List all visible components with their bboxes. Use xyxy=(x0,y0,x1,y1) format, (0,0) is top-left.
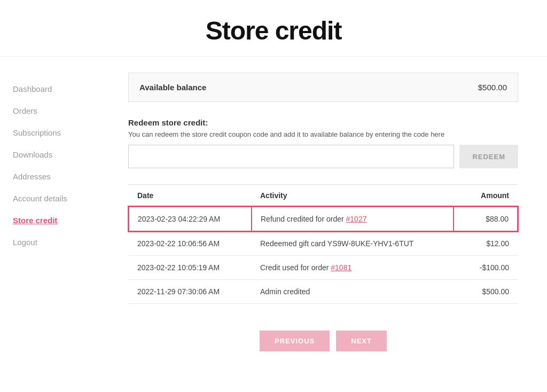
sidebar-item-subscriptions[interactable]: Subscriptions xyxy=(11,122,107,144)
cell-activity: Admin credited xyxy=(252,280,454,304)
table-body: 2023-02-23 04:22:29 AMRefund credited fo… xyxy=(129,207,518,304)
cell-amount: $88.00 xyxy=(454,207,518,231)
cell-date: 2022-11-29 07:30:06 AM xyxy=(129,280,252,304)
balance-amount: $500.00 xyxy=(478,83,507,92)
next-button[interactable]: NEXT xyxy=(336,331,387,351)
cell-date: 2023-02-22 10:06:56 AM xyxy=(129,231,252,256)
redeem-button[interactable]: REDEEM xyxy=(459,145,518,168)
sidebar-item-addresses[interactable]: Addresses xyxy=(11,166,107,187)
main-content: Available balance $500.00 Redeem store c… xyxy=(118,73,534,376)
page-title-area: Store credit xyxy=(0,0,547,57)
sidebar-item-orders[interactable]: Orders xyxy=(11,100,107,122)
sidebar: Dashboard Orders Subscriptions Downloads… xyxy=(0,73,118,376)
redeem-row: REDEEM xyxy=(128,145,518,168)
content-area: Dashboard Orders Subscriptions Downloads… xyxy=(0,57,547,392)
balance-box: Available balance $500.00 xyxy=(128,73,518,102)
previous-button[interactable]: PREVIOUS xyxy=(260,331,330,351)
table-row: 2023-02-22 10:06:56 AMRedeemed gift card… xyxy=(129,231,518,256)
redeem-description: You can redeem the store credit coupon c… xyxy=(128,130,518,138)
pagination: PREVIOUS NEXT xyxy=(128,320,518,367)
sidebar-item-account-details[interactable]: Account details xyxy=(11,187,107,209)
col-header-activity: Activity xyxy=(252,185,454,207)
cell-activity: Redeemed gift card YS9W-8UKE-YHV1-6TUT xyxy=(252,231,454,256)
cell-amount: -$100.00 xyxy=(454,256,518,280)
transactions-table: Date Activity Amount 2023-02-23 04:22:29… xyxy=(128,184,518,304)
table-header: Date Activity Amount xyxy=(129,185,518,207)
redeem-title: Redeem store credit: xyxy=(128,118,518,127)
table-row: 2023-02-23 04:22:29 AMRefund credited fo… xyxy=(129,207,518,231)
cell-amount: $12.00 xyxy=(454,231,518,256)
sidebar-item-logout[interactable]: Logout xyxy=(11,231,107,253)
sidebar-item-store-credit[interactable]: Store credit xyxy=(11,209,107,231)
redeem-section: Redeem store credit: You can redeem the … xyxy=(128,118,518,168)
cell-date: 2023-02-22 10:05:19 AM xyxy=(129,256,252,280)
table-row: 2022-11-29 07:30:06 AMAdmin credited$500… xyxy=(129,280,518,304)
cell-activity: Credit used for order #1081 xyxy=(252,256,454,280)
sidebar-item-downloads[interactable]: Downloads xyxy=(11,144,107,166)
cell-activity: Refund credited for order #1027 xyxy=(252,207,454,231)
order-link[interactable]: #1081 xyxy=(331,263,351,272)
table-header-row: Date Activity Amount xyxy=(129,185,518,207)
cell-date: 2023-02-23 04:22:29 AM xyxy=(129,207,252,231)
page-wrapper: Store credit Dashboard Orders Subscripti… xyxy=(0,0,547,392)
table-row: 2023-02-22 10:05:19 AMCredit used for or… xyxy=(129,256,518,280)
balance-label: Available balance xyxy=(139,83,206,92)
cell-amount: $500.00 xyxy=(454,280,518,304)
col-header-amount: Amount xyxy=(454,185,518,207)
page-title: Store credit xyxy=(11,16,536,45)
order-link[interactable]: #1027 xyxy=(346,215,367,223)
sidebar-item-dashboard[interactable]: Dashboard xyxy=(11,78,107,100)
col-header-date: Date xyxy=(129,185,252,207)
redeem-input[interactable] xyxy=(128,145,454,168)
